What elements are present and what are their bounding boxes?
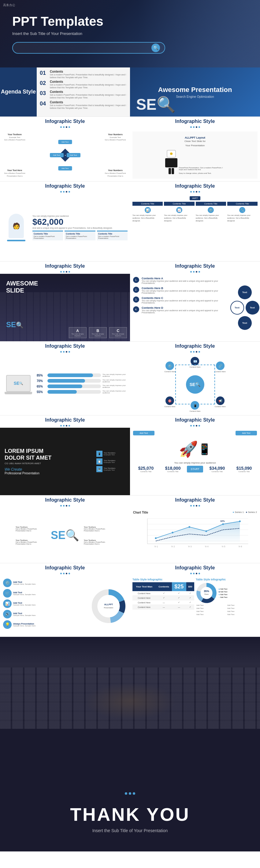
dots-row-3 [0, 190, 130, 194]
dots-row-12 [130, 504, 260, 508]
orbit-label-bl: Content Here [164, 406, 176, 407]
seo-se: SE [136, 96, 157, 113]
agenda-num-2: 02 [40, 80, 47, 87]
agenda-item-2: 02 Contents Get a modern PowerPoint. Pre… [40, 80, 127, 89]
lorem-icon-1: 📱 [96, 451, 103, 457]
dots-row-8 [130, 350, 260, 354]
lorem-title: LOREM IPSUM DOLOR SIT AMET [5, 448, 89, 461]
orbit-label-tl: Content Here [164, 371, 176, 373]
agenda-num-1: 01 [40, 70, 47, 76]
wheel-desc-3: Sample Here, Sample Here [13, 604, 35, 606]
dot [198, 573, 200, 574]
infographic-label-14: Infographic Style [130, 563, 260, 571]
dot [63, 505, 65, 506]
allppt-inner: ALLPPT Layout Clean Text Slide for Your … [133, 131, 258, 179]
label-wrapper-12: Infographic Style [130, 495, 260, 508]
chart-header: Chart Title ● Series 1 ● Series 2 [133, 511, 257, 514]
rocket-inner: Add Text Add Text 🚀 📱 You can simply imp… [130, 428, 260, 495]
dot-dark [196, 505, 197, 506]
left-text-col: Your TexthereGet a Modern PowerPoint. Pr… [15, 526, 46, 545]
td-v1-2: ✓ [156, 596, 172, 600]
search-bar[interactable]: 🔍 [12, 42, 165, 54]
k-item-c: C You can simplyimpress [109, 327, 127, 338]
pricing-table-1: Your Text Man Contents $25 $50 Content H… [133, 582, 194, 610]
stat-row-2: Add Text Add Text [196, 607, 258, 610]
ty-dot-3 [133, 792, 135, 795]
dot [63, 425, 65, 427]
wheel-text-5: Always Presentation Sample Here, Sample … [13, 623, 35, 627]
svg-text:Yr 6: Yr 6 [238, 546, 242, 548]
bar-label-1: You can simply impress your audience [103, 373, 127, 377]
dot [69, 271, 70, 273]
label-wrapper-5: Infographic Style [0, 261, 130, 274]
donut-svg: 35% Share [196, 582, 217, 604]
rocket-bottom-area: $25,070 Contents Title $18,000 Contents … [133, 466, 257, 472]
orbit-icon-bl: 🎯 [165, 397, 174, 405]
infographic-label-9: Infographic Style [0, 415, 130, 424]
numbered-slide: 1. Contents Here A You can simply impres… [130, 274, 260, 341]
lorem-right: 📱 Your NumbersExample Text 📋 Your Number… [93, 428, 130, 495]
content-boxes: Contents Title Get a modern PowerPoint P… [32, 230, 127, 240]
col-header-4: Contents Title [227, 202, 258, 206]
td-v1-4: — [156, 605, 172, 610]
lorem-text-3: Your NumbersExample Text [104, 467, 115, 471]
numbered-item-3: 3. Contents Here C You can simply impres… [133, 297, 229, 304]
table-row-2: Content Here ✓ ✓ ✓ [133, 596, 194, 600]
price-val-2: $18,000 [160, 466, 186, 471]
money-value: $62,000 [32, 217, 127, 227]
stat-cell-3: Add Text [196, 607, 227, 610]
col-icon-2: 📈 [176, 207, 182, 213]
table-row-1: Content Here ✓ ✓ ✓ [133, 591, 194, 596]
seo-big-text-center: SE🔍 [51, 529, 79, 542]
wheel-item-3: 📊 Add Text Sample Here, Sample Here [3, 599, 87, 608]
seo-orbit-slide: SE🔍 📧 Content Here 🔗 Content Here 📢 Cont… [130, 354, 260, 415]
agenda-text-1: Get a modern PowerPoint. Presentation th… [50, 73, 127, 79]
agenda-heading-2: Contents [50, 80, 127, 83]
price-lbl-2: Contents Title [160, 471, 186, 472]
td-label-3: Content Here [133, 600, 156, 605]
line-chart-slide: Chart Title ● Series 1 ● Series 2 [130, 508, 260, 563]
dot-dark [196, 573, 197, 574]
start-button[interactable]: START [187, 466, 203, 472]
lorem-item-3: 💻 Your NumbersExample Text [96, 466, 127, 472]
agenda-text-2: Get a modern PowerPoint. Presentation th… [50, 83, 127, 89]
numbered-list: 1. Contents Here A You can simply impres… [133, 277, 229, 338]
orbit-item-br: 📢 Content Here [215, 397, 226, 407]
table-inner: Table Style Infographic Your Text Man Co… [130, 576, 260, 637]
col-icon-4: 🔧 [239, 207, 245, 213]
svg-point-24 [100, 598, 117, 615]
robot-arm-left [169, 168, 171, 174]
stat-cell-1: Add Text [196, 604, 227, 607]
four-col-slide: tART Contents Title Contents Title Conte… [130, 194, 260, 261]
rocket-description: You can simply impress your audience [133, 461, 257, 464]
price-val-1: $25,070 [133, 466, 159, 471]
person-bar [7, 240, 25, 241]
lorem-t2: DOLOR SIT AMET [5, 455, 51, 461]
stat-cell-5: Add Text [196, 610, 227, 613]
svg-text:Yr 4: Yr 4 [205, 546, 209, 548]
bar-row-4: 55% You can simply impress your audience [37, 390, 127, 394]
seo-magnify: 🔍 [157, 96, 176, 113]
cross-text-tl: Your Texthere Example TextGet a Modern P… [4, 133, 25, 141]
k-item-b: B You can simplyimpress [89, 327, 107, 338]
col-text-3: You can simply impress your audience. Ge… [196, 214, 226, 222]
agenda-heading-4: Contents [50, 100, 127, 104]
dot [190, 505, 192, 506]
orbit-icon-top: 📧 [191, 357, 199, 366]
seo-inner: Awesome Presentation Search Engine Optim… [130, 67, 260, 117]
wheel-item-2: 🛒 Add Text Sample Here, Sample Here [3, 589, 87, 597]
search-icon[interactable]: 🔍 [151, 43, 160, 52]
label-wrapper-9: Infographic Style [0, 415, 130, 428]
cb-text-3: Get a modern PowerPoint Presentation [98, 236, 119, 239]
slides-container: Agenda Style 01 Contents Get a modern Po… [0, 67, 260, 637]
label-wrapper-4: Infographic Style [130, 181, 260, 194]
dot [198, 126, 200, 128]
td-v1-1: ✓ [156, 591, 172, 596]
orbit-item-tr: 🔗 Content Here [215, 362, 226, 373]
col-body-2: 📈 You can simply impress your audience. … [164, 207, 194, 222]
stat-cell-7: Add Text [196, 613, 227, 616]
agenda-inner: Agenda Style 01 Contents Get a modern Po… [0, 67, 130, 117]
price-val-4: $15,090 [231, 466, 257, 471]
label-wrapper-10: Infographic Style [130, 415, 260, 428]
cb-title-1: Contents Title [34, 233, 62, 235]
